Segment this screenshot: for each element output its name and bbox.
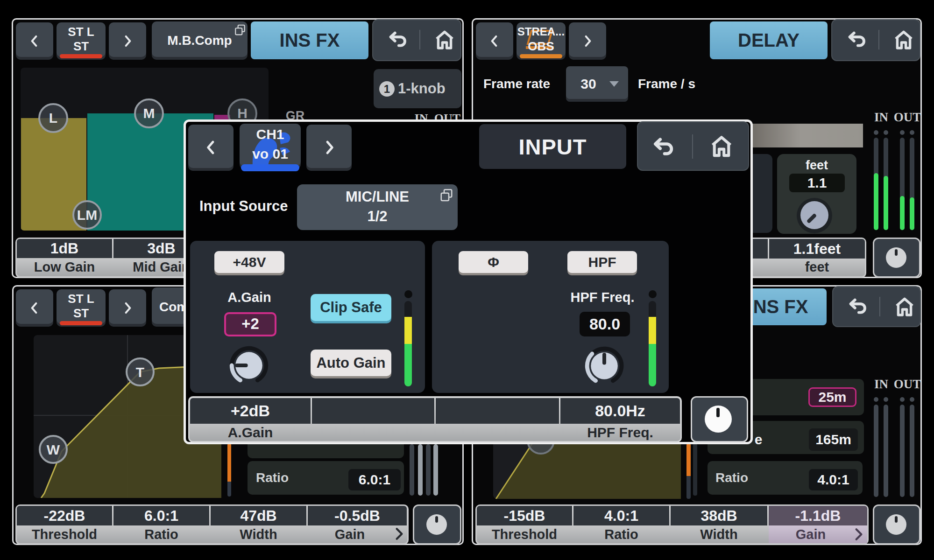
svg-text:T: T (136, 364, 144, 380)
svg-text:W: W (47, 442, 60, 457)
